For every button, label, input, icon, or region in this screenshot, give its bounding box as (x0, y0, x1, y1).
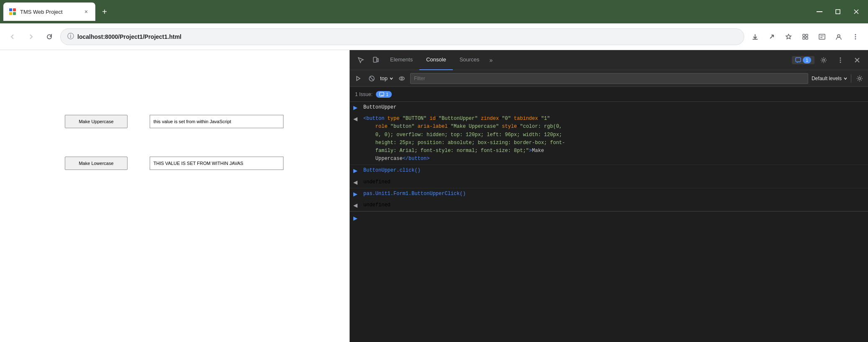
devtools-chat-badge[interactable]: 1 (792, 56, 814, 64)
devtools-select-icon[interactable] (353, 53, 368, 68)
svg-point-30 (401, 78, 403, 79)
tab-favicon (8, 8, 17, 16)
tab-sources[interactable]: Sources (453, 50, 486, 70)
svg-point-20 (823, 59, 825, 61)
svg-point-16 (855, 38, 856, 39)
list-item[interactable]: ▶ pas.Unit1.Form1.ButtonUpperClick() (350, 188, 868, 200)
svg-rect-17 (373, 57, 377, 62)
chat-badge-count: 1 (803, 57, 811, 63)
svg-rect-1 (836, 10, 840, 14)
extensions-button[interactable] (798, 29, 813, 44)
console-block-button[interactable] (367, 73, 377, 84)
browser-window: TMS Web Project × + ⓘ localh (0, 0, 868, 342)
list-item[interactable]: ▶ ButtonUpper.click() (350, 165, 868, 176)
console-input[interactable] (363, 215, 865, 221)
lowercase-input[interactable] (150, 157, 283, 170)
issues-bar: 1 Issue: 1 (350, 87, 868, 102)
console-input-row[interactable]: ▶ (350, 211, 868, 224)
svg-point-22 (840, 59, 841, 61)
console-filter-input[interactable] (410, 73, 808, 84)
tab-console[interactable]: Console (419, 50, 453, 70)
svg-rect-9 (806, 37, 808, 39)
devtools-menu-icon[interactable] (833, 53, 848, 68)
list-item: ◀ undefined (350, 177, 868, 188)
console-context-selector[interactable]: top (380, 75, 393, 81)
console-levels-selector[interactable]: Default levels (812, 76, 848, 81)
tab-title: TMS Web Project (20, 9, 79, 15)
svg-rect-18 (377, 58, 378, 62)
list-item: ◀ <button type="BUTTON" id="ButtonUpper"… (350, 113, 868, 165)
devtools-actions: 1 (792, 53, 865, 68)
result-arrow-icon: ◀ (353, 202, 360, 208)
back-button[interactable] (5, 29, 20, 44)
new-tab-button[interactable]: + (97, 4, 112, 19)
svg-rect-10 (819, 34, 825, 39)
svg-point-29 (399, 77, 404, 80)
profile-button[interactable] (831, 29, 846, 44)
console-play-button[interactable] (353, 73, 363, 84)
svg-rect-19 (796, 58, 801, 62)
svg-point-13 (837, 35, 840, 37)
main-content: Make Uppercase Make Lowercase Elements (0, 50, 868, 342)
result-arrow-icon: ◀ (353, 116, 360, 122)
viewport: Make Uppercase Make Lowercase (0, 50, 350, 342)
issues-badge[interactable]: 1 (376, 91, 392, 98)
download-button[interactable] (748, 29, 763, 44)
tab-search-button[interactable] (814, 29, 830, 44)
expand-arrow-icon[interactable]: ▶ (353, 191, 360, 197)
refresh-button[interactable] (42, 29, 57, 44)
devtools-settings-icon[interactable] (816, 53, 831, 68)
list-item: ◀ undefined (350, 200, 868, 211)
title-bar: TMS Web Project × + (0, 0, 868, 23)
window-maximize-button[interactable] (830, 3, 846, 20)
svg-line-28 (370, 76, 373, 80)
expand-arrow-icon[interactable]: ▶ (353, 104, 360, 111)
window-close-button[interactable] (848, 3, 865, 20)
svg-point-15 (855, 36, 856, 37)
share-button[interactable] (764, 29, 779, 44)
info-icon: ⓘ (67, 32, 74, 41)
address-bar[interactable]: ⓘ localhost:8000/Project1/Project1.html (60, 28, 744, 45)
url-text: localhost:8000/Project1/Project1.html (77, 33, 737, 40)
uppercase-input[interactable] (150, 115, 283, 128)
expand-arrow-icon[interactable]: ▶ (353, 167, 360, 174)
console-toolbar: top Default levels (350, 70, 868, 87)
make-uppercase-button[interactable]: Make Uppercase (65, 115, 128, 128)
window-minimize-button[interactable] (811, 3, 828, 20)
console-eye-button[interactable] (397, 73, 407, 84)
bookmark-button[interactable] (781, 29, 796, 44)
devtools-device-icon[interactable] (368, 53, 383, 68)
result-arrow-icon: ◀ (353, 179, 360, 185)
svg-rect-6 (803, 34, 805, 36)
make-lowercase-button[interactable]: Make Lowercase (65, 157, 128, 170)
issues-label: 1 Issue: (355, 91, 373, 97)
console-output: ▶ ButtonUpper ◀ <button type="BUTTON" id… (350, 102, 868, 342)
devtools-close-icon[interactable] (850, 53, 865, 68)
devtools-panel: Elements Console Sources » 1 (350, 50, 868, 342)
svg-rect-7 (806, 34, 808, 36)
tab-elements[interactable]: Elements (383, 50, 419, 70)
nav-actions (748, 29, 863, 44)
devtools-more-tabs[interactable]: » (486, 57, 496, 63)
console-settings-icon[interactable] (855, 73, 865, 84)
svg-point-23 (840, 61, 841, 63)
svg-marker-26 (357, 76, 360, 81)
tab-close-button[interactable]: × (82, 8, 90, 16)
browser-tab[interactable]: TMS Web Project × (3, 3, 95, 21)
svg-point-31 (859, 77, 861, 79)
list-item[interactable]: ▶ ButtonUpper (350, 102, 868, 113)
svg-point-21 (840, 57, 841, 58)
window-controls (811, 3, 865, 20)
nav-bar: ⓘ localhost:8000/Project1/Project1.html (0, 23, 868, 50)
devtools-tabbar: Elements Console Sources » 1 (350, 50, 868, 70)
forward-button[interactable] (23, 29, 38, 44)
input-prompt-icon: ▶ (353, 215, 360, 221)
svg-rect-8 (803, 37, 805, 39)
svg-marker-5 (786, 34, 791, 39)
svg-rect-0 (817, 11, 822, 12)
svg-point-14 (855, 34, 856, 35)
menu-button[interactable] (848, 29, 863, 44)
